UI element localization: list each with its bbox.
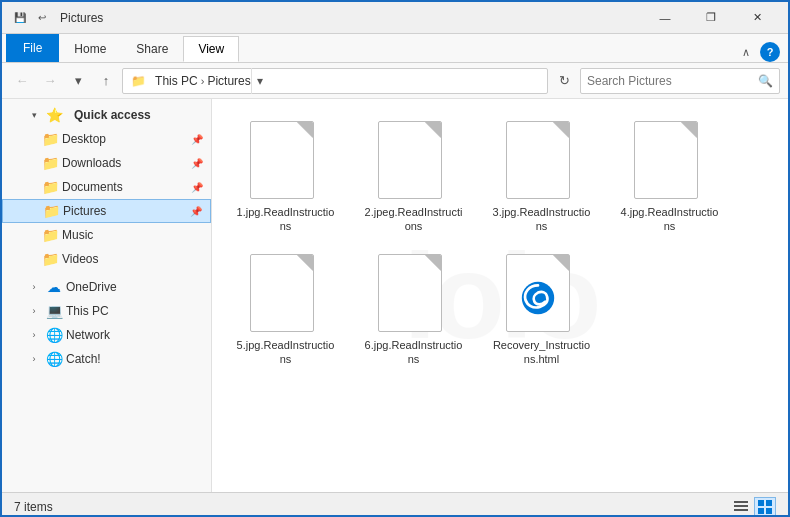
- tile-view-button[interactable]: [754, 497, 776, 517]
- sidebar-item-pictures[interactable]: 📁 Pictures 📌: [2, 199, 211, 223]
- file-icon-2: [378, 121, 450, 201]
- sidebar-item-quick-access[interactable]: ▾ ⭐ Quick access: [2, 103, 211, 127]
- tab-file[interactable]: File: [6, 34, 59, 62]
- toggle-quick-access: ▾: [26, 110, 42, 120]
- refresh-button[interactable]: ↻: [552, 68, 576, 94]
- view-buttons: [730, 497, 776, 517]
- file-name-3: 3.jpg.ReadInstructions: [492, 205, 592, 234]
- catch-label: Catch!: [66, 352, 101, 366]
- file-icon-1: [250, 121, 322, 201]
- downloads-label: Downloads: [62, 156, 121, 170]
- catch-icon: 🌐: [46, 351, 62, 367]
- dropdown-nav-button[interactable]: ▾: [66, 69, 90, 93]
- sidebar-item-documents[interactable]: 📁 Documents 📌: [2, 175, 211, 199]
- sidebar-item-thispc[interactable]: › 💻 This PC: [2, 299, 211, 323]
- pictures-label: Pictures: [63, 204, 106, 218]
- pin-downloads-icon: 📌: [191, 158, 203, 169]
- file-item[interactable]: 3.jpg.ReadInstructions: [484, 115, 599, 240]
- address-bar: ← → ▾ ↑ 📁 This PC › Pictures ▾ ↻ 🔍: [2, 63, 788, 99]
- toggle-onedrive: ›: [26, 282, 42, 292]
- quick-access-section: ▾ ⭐ Quick access 📁 Desktop 📌 📁 Downloads…: [2, 103, 211, 271]
- tab-home[interactable]: Home: [59, 36, 121, 62]
- sidebar-item-onedrive[interactable]: › ☁ OneDrive: [2, 275, 211, 299]
- minimize-button[interactable]: —: [642, 2, 688, 34]
- address-path[interactable]: 📁 This PC › Pictures ▾: [122, 68, 548, 94]
- ribbon-tabs: File Home Share View ∧ ?: [2, 34, 788, 62]
- file-item[interactable]: 5.jpg.ReadInstructions: [228, 248, 343, 373]
- sidebar-item-music[interactable]: 📁 Music: [2, 223, 211, 247]
- file-item[interactable]: 4.jpg.ReadInstructions: [612, 115, 727, 240]
- tab-share[interactable]: Share: [121, 36, 183, 62]
- toggle-catch: ›: [26, 354, 42, 364]
- path-part-folder-icon: 📁: [131, 74, 146, 88]
- svg-rect-2: [734, 505, 748, 507]
- maximize-button[interactable]: ❐: [688, 2, 734, 34]
- thispc-icon: 💻: [46, 303, 62, 319]
- pin-desktop-icon: 📌: [191, 134, 203, 145]
- window-controls: — ❐ ✕: [642, 2, 780, 34]
- sidebar-item-catch[interactable]: › 🌐 Catch!: [2, 347, 211, 371]
- thispc-label: This PC: [66, 304, 109, 318]
- undo-icon[interactable]: ↩: [32, 8, 52, 28]
- up-button[interactable]: ↑: [94, 69, 118, 93]
- network-label: Network: [66, 328, 110, 342]
- search-icon: 🔍: [758, 74, 773, 88]
- toggle-network: ›: [26, 330, 42, 340]
- content-area: iolo 1.jpg.ReadInstructions 2.jpeg.ReadI…: [212, 99, 788, 492]
- search-input[interactable]: [587, 74, 754, 88]
- list-view-button[interactable]: [730, 497, 752, 517]
- tab-view[interactable]: View: [183, 36, 239, 62]
- folder-downloads-icon: 📁: [42, 155, 58, 171]
- path-part-thispc[interactable]: This PC: [155, 74, 198, 88]
- svg-rect-5: [766, 500, 772, 506]
- file-name-1: 1.jpg.ReadInstructions: [236, 205, 336, 234]
- file-name-6: 6.jpg.ReadInstructions: [364, 338, 464, 367]
- onedrive-label: OneDrive: [66, 280, 117, 294]
- status-bar: 7 items: [2, 492, 788, 517]
- file-icon-3: [506, 121, 578, 201]
- collapse-ribbon-icon[interactable]: ∧: [736, 44, 756, 61]
- file-icon-5: [250, 254, 322, 334]
- file-icon-4: [634, 121, 706, 201]
- music-label: Music: [62, 228, 93, 242]
- path-dropdown-button[interactable]: ▾: [251, 68, 269, 94]
- file-item[interactable]: Recovery_Instructions.html: [484, 248, 599, 373]
- file-icon-7: [506, 254, 578, 334]
- svg-rect-6: [758, 508, 764, 514]
- videos-label: Videos: [62, 252, 98, 266]
- toggle-thispc: ›: [26, 306, 42, 316]
- status-item-count: 7 items: [14, 500, 730, 514]
- main-area: ▾ ⭐ Quick access 📁 Desktop 📌 📁 Downloads…: [2, 99, 788, 492]
- file-icon-6: [378, 254, 450, 334]
- file-item[interactable]: 6.jpg.ReadInstructions: [356, 248, 471, 373]
- ribbon: File Home Share View ∧ ?: [2, 34, 788, 63]
- ribbon-help: ∧ ?: [736, 42, 784, 62]
- sidebar-item-desktop[interactable]: 📁 Desktop 📌: [2, 127, 211, 151]
- file-item[interactable]: 1.jpg.ReadInstructions: [228, 115, 343, 240]
- svg-rect-7: [766, 508, 772, 514]
- onedrive-icon: ☁: [46, 279, 62, 295]
- back-button[interactable]: ←: [10, 69, 34, 93]
- save-icon[interactable]: 💾: [10, 8, 30, 28]
- documents-label: Documents: [62, 180, 123, 194]
- file-item[interactable]: 2.jpeg.ReadInstructions: [356, 115, 471, 240]
- close-button[interactable]: ✕: [734, 2, 780, 34]
- file-name-2: 2.jpeg.ReadInstructions: [364, 205, 464, 234]
- folder-music-icon: 📁: [42, 227, 58, 243]
- sidebar-item-network[interactable]: › 🌐 Network: [2, 323, 211, 347]
- pin-documents-icon: 📌: [191, 182, 203, 193]
- file-name-5: 5.jpg.ReadInstructions: [236, 338, 336, 367]
- sidebar-item-downloads[interactable]: 📁 Downloads 📌: [2, 151, 211, 175]
- help-button[interactable]: ?: [760, 42, 780, 62]
- window-title: Pictures: [60, 11, 642, 25]
- svg-rect-1: [734, 501, 748, 503]
- path-part-pictures[interactable]: Pictures: [207, 74, 250, 88]
- search-box[interactable]: 🔍: [580, 68, 780, 94]
- file-name-4: 4.jpg.ReadInstructions: [620, 205, 720, 234]
- quick-access-label: Quick access: [66, 104, 159, 126]
- forward-button[interactable]: →: [38, 69, 62, 93]
- sidebar-item-videos[interactable]: 📁 Videos: [2, 247, 211, 271]
- folder-videos-icon: 📁: [42, 251, 58, 267]
- pin-pictures-icon: 📌: [190, 206, 202, 217]
- files-grid: 1.jpg.ReadInstructions 2.jpeg.ReadInstru…: [220, 107, 780, 380]
